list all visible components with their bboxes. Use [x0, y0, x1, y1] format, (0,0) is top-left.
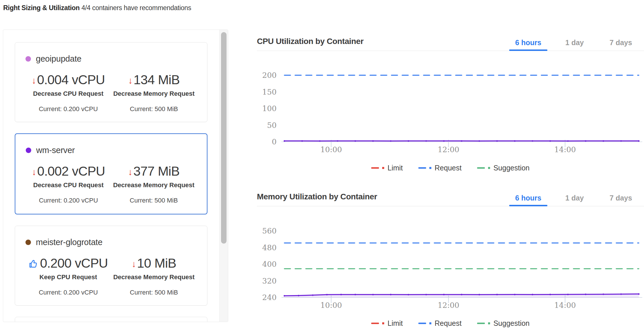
legend-item-limit[interactable]: Limit: [371, 164, 403, 172]
usage-point: [443, 140, 445, 142]
memory-recommended-value: 134 MiB: [134, 72, 180, 87]
request-line-swatch: [418, 167, 426, 169]
card-metrics: 0.200 vCPU Keep CPU Request Current: 0.2…: [25, 256, 197, 296]
usage-point: [354, 140, 356, 142]
legend-item-request[interactable]: Request: [418, 164, 461, 172]
active-tab-underline: [509, 205, 547, 206]
limit-line-swatch: [371, 323, 379, 324]
tab-6-hours[interactable]: 6 hours: [505, 34, 551, 51]
usage-point: [390, 294, 391, 295]
y-axis-tick: 560: [262, 227, 277, 235]
tab-6-hours[interactable]: 6 hours: [505, 190, 551, 206]
memory-section-header: Memory Utilization by Container 6 hours …: [257, 187, 644, 206]
container-name: meister-glogrotate: [36, 238, 102, 247]
card-header: meister-glogrotate: [25, 238, 197, 247]
tab-1-day[interactable]: 1 day: [551, 34, 598, 51]
usage-point: [514, 140, 516, 142]
suggestion-line-swatch: [477, 323, 485, 324]
legend-item-suggestion[interactable]: Suggestion: [477, 319, 529, 328]
x-axis-tick: 12:00: [438, 301, 459, 310]
cpu-chart-title: CPU Utilization by Container: [257, 37, 363, 46]
cpu-action-label: Keep CPU Request: [39, 273, 97, 281]
memory-recommended-value: 10 MiB: [137, 256, 176, 271]
cpu-metric: ↓ 0.004 vCPU Decrease CPU Request Curren…: [25, 72, 111, 113]
cpu-current-label: Current: 0.200 vCPU: [39, 105, 98, 113]
tab-label: 7 days: [610, 194, 632, 202]
usage-point: [603, 293, 604, 295]
cpu-range-tabs: 6 hours 1 day 7 days: [505, 34, 644, 51]
usage-point: [567, 140, 568, 142]
memory-current-label: Current: 500 MiB: [130, 289, 178, 296]
container-card-meister-glogrotate[interactable]: meister-glogrotate 0.200 vCPU Keep CPU R…: [15, 226, 207, 306]
legend-label: Request: [435, 164, 461, 172]
memory-utilization-chart[interactable]: 24032040048056010:0012:0014:00: [257, 222, 644, 312]
usage-point: [301, 140, 303, 142]
usage-point: [532, 140, 533, 141]
tab-label: 1 day: [565, 38, 584, 47]
cpu-current-label: Current: 0.200 vCPU: [39, 289, 98, 296]
memory-chart-legend: Limit Request Suggestion: [257, 319, 644, 328]
container-card-wm-server[interactable]: wm-server ↓ 0.002 vCPU Decrease CPU Requ…: [15, 133, 207, 214]
limit-dot-swatch: [382, 167, 384, 169]
series-color-dot: [26, 148, 31, 153]
legend-item-limit[interactable]: Limit: [371, 319, 403, 328]
memory-current-label: Current: 500 MiB: [130, 105, 178, 113]
usage-point: [425, 140, 427, 141]
tab-label: 7 days: [610, 38, 632, 47]
suggestion-dot-swatch: [488, 322, 490, 324]
x-axis-tick: 14:00: [554, 301, 576, 310]
cpu-metric: 0.200 vCPU Keep CPU Request Current: 0.2…: [25, 256, 111, 296]
memory-range-tabs: 6 hours 1 day 7 days: [505, 190, 644, 206]
usage-point: [461, 140, 462, 142]
scrollbar-track[interactable]: [219, 30, 228, 322]
series-color-dot: [25, 56, 31, 62]
active-tab-underline: [509, 49, 547, 51]
memory-metric: ↓ 134 MiB Decrease Memory Request Curren…: [111, 72, 197, 113]
cpu-utilization-chart[interactable]: 05010015020010:0012:0014:00: [257, 67, 644, 157]
thumbs-up-icon: [29, 259, 38, 269]
right-sizing-page: Right Sizing & Utilization 4/4 container…: [0, 0, 644, 331]
cpu-action-label: Decrease CPU Request: [33, 90, 103, 98]
tab-7-days[interactable]: 7 days: [598, 190, 644, 206]
cpu-current-label: Current: 0.200 vCPU: [39, 197, 98, 204]
cpu-action-label: Decrease CPU Request: [33, 181, 104, 189]
tab-7-days[interactable]: 7 days: [598, 34, 644, 51]
legend-item-suggestion[interactable]: Suggestion: [477, 164, 529, 172]
usage-point: [390, 140, 391, 142]
usage-point: [284, 140, 285, 142]
usage-point: [354, 294, 356, 295]
x-axis-tick: 10:00: [320, 301, 342, 310]
tab-1-day[interactable]: 1 day: [551, 190, 598, 206]
usage-point: [620, 140, 622, 141]
arrow-down-icon: ↓: [128, 76, 133, 86]
arrow-down-icon: ↓: [128, 167, 133, 177]
container-card-geoipupdate[interactable]: geoipupdate ↓ 0.004 vCPU Decrease CPU Re…: [15, 42, 207, 122]
card-metrics: ↓ 0.002 vCPU Decrease CPU Request Curren…: [26, 164, 196, 204]
arrow-down-icon: ↓: [32, 167, 36, 177]
page-title-text: Right Sizing & Utilization: [3, 4, 80, 12]
y-axis-tick: 100: [262, 104, 277, 113]
usage-point: [326, 294, 327, 295]
usage-point: [638, 293, 639, 295]
usage-point: [284, 295, 285, 297]
y-axis-tick: 480: [262, 243, 277, 252]
usage-point: [408, 140, 409, 142]
tab-label: 6 hours: [515, 194, 541, 202]
usage-point: [549, 140, 551, 142]
y-axis-tick: 50: [267, 121, 277, 130]
usage-point: [479, 294, 480, 295]
y-axis-tick: 0: [272, 137, 277, 146]
x-axis-tick: 14:00: [554, 145, 576, 154]
card-metrics: ↓ 0.004 vCPU Decrease CPU Request Curren…: [25, 72, 197, 113]
container-card-partial[interactable]: [15, 317, 207, 322]
legend-item-request[interactable]: Request: [418, 319, 461, 328]
cpu-recommended-value: 0.002 vCPU: [37, 164, 105, 179]
cpu-chart-legend: Limit Request Suggestion: [257, 164, 644, 172]
tab-label: 1 day: [565, 194, 584, 202]
container-cards: geoipupdate ↓ 0.004 vCPU Decrease CPU Re…: [3, 30, 219, 322]
scrollbar-thumb[interactable]: [221, 32, 227, 244]
arrow-down-icon: ↓: [132, 259, 136, 269]
legend-label: Suggestion: [493, 319, 529, 328]
x-axis-tick: 10:00: [320, 145, 342, 154]
usage-point: [425, 294, 427, 295]
